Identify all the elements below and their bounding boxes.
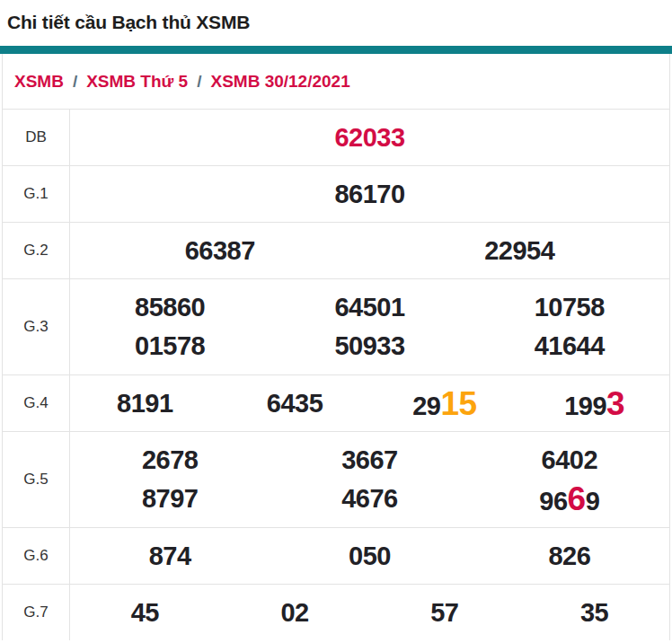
prize-label: G.5 (3, 432, 70, 527)
prize-number: 85860 (70, 295, 270, 321)
prize-results-table: DB62033G.186170G.26638722954G.3858606450… (3, 109, 669, 640)
breadcrumb-link-xsmb-date[interactable]: XSMB 30/12/2021 (210, 72, 349, 92)
prize-number: 64501 (270, 295, 469, 321)
breadcrumb-separator: / (197, 72, 201, 92)
digits: 6435 (267, 389, 323, 418)
prize-numbers-area: 8191643529151993 (70, 375, 669, 431)
prize-number: 050 (270, 543, 469, 569)
page-title: Chi tiết cầu Bạch thủ XSMB (7, 12, 672, 33)
prize-number: 2678 (70, 447, 270, 473)
digits: 2678 (142, 445, 199, 474)
prize-number: 86170 (70, 181, 669, 207)
prize-numbers-area: 86170 (70, 166, 669, 222)
digits: 6402 (542, 445, 598, 474)
prize-number: 10758 (470, 295, 669, 321)
digits: 826 (548, 542, 590, 570)
prize-number-line: 858606450110758 (70, 288, 669, 327)
prize-number: 3667 (270, 447, 469, 473)
prize-number: 50933 (270, 333, 469, 359)
prize-number: 6402 (470, 447, 669, 473)
prize-number: 62033 (70, 125, 669, 151)
highlighted-digits: 15 (440, 385, 476, 422)
digits: 66387 (185, 236, 255, 265)
prize-label: G.4 (3, 375, 70, 431)
prize-number: 22954 (370, 238, 670, 264)
digits: 57 (430, 598, 458, 627)
digits: 45 (131, 598, 159, 627)
highlighted-digits: 3 (606, 385, 624, 422)
breadcrumb-link-xsmb-weekday[interactable]: XSMB Thứ 5 (86, 72, 188, 92)
prize-label: G.6 (3, 528, 70, 584)
digits: 10758 (535, 293, 605, 322)
prize-number: 6435 (220, 391, 370, 417)
breadcrumb: XSMB / XSMB Thứ 5 / XSMB 30/12/2021 (3, 54, 669, 109)
prize-label: G.1 (3, 166, 70, 222)
prize-number-line: 86170 (70, 181, 669, 207)
digits: 86170 (334, 180, 404, 208)
prize-number: 02 (220, 600, 370, 626)
prize-number: 01578 (70, 333, 270, 359)
breadcrumb-separator: / (73, 72, 77, 92)
digits: 85860 (135, 293, 205, 322)
prize-number-line: 015785093341644 (70, 327, 669, 366)
prize-number-line: 267836676402 (70, 441, 669, 480)
results-panel: XSMB / XSMB Thứ 5 / XSMB 30/12/2021 DB62… (2, 54, 670, 640)
prize-number-line: 874050826 (70, 543, 669, 569)
prize-row-db: DB62033 (3, 109, 669, 165)
digits: 199 (564, 392, 606, 420)
prize-numbers-area: 858606450110758015785093341644 (70, 279, 669, 374)
highlighted-digits: 62033 (334, 123, 404, 152)
digits: 02 (280, 598, 308, 627)
prize-number-line: 8191643529151993 (70, 387, 669, 420)
prize-row-g2: G.26638722954 (3, 222, 669, 278)
digits: 41644 (535, 331, 605, 360)
prize-number: 9669 (470, 482, 669, 515)
digits: 3667 (341, 445, 398, 474)
digits: 29 (412, 392, 440, 420)
prize-number-line: 879746769669 (70, 480, 669, 518)
digits: 50933 (334, 331, 404, 360)
prize-number: 35 (519, 600, 669, 626)
prize-numbers-area: 874050826 (70, 528, 669, 584)
prize-number: 8191 (70, 391, 220, 417)
prize-number-line: 62033 (70, 125, 669, 151)
digits: 64501 (334, 293, 404, 322)
prize-number-line: 45025735 (70, 600, 669, 626)
highlighted-digits: 6 (568, 480, 586, 517)
prize-row-g7: G.745025735 (3, 584, 669, 640)
prize-row-g3: G.3858606450110758015785093341644 (3, 278, 669, 374)
prize-label: DB (3, 110, 70, 165)
digits: 874 (149, 542, 191, 570)
prize-number: 2915 (370, 387, 520, 420)
prize-row-g4: G.48191643529151993 (3, 374, 669, 431)
digits: 22954 (484, 236, 554, 265)
prize-numbers-area: 6638722954 (70, 223, 669, 278)
digits: 35 (580, 598, 608, 627)
digits: 8191 (117, 389, 173, 418)
prize-label: G.2 (3, 223, 70, 278)
prize-number: 57 (370, 600, 520, 626)
digits: 96 (539, 487, 567, 515)
breadcrumb-link-xsmb[interactable]: XSMB (14, 72, 64, 92)
digits: 050 (349, 542, 391, 570)
prize-number: 41644 (470, 333, 669, 359)
digits: 01578 (135, 331, 205, 360)
accent-divider-bar (0, 46, 672, 54)
prize-number: 45 (70, 600, 220, 626)
prize-numbers-area: 62033 (70, 110, 669, 165)
prize-row-g1: G.186170 (3, 165, 669, 222)
prize-number: 1993 (519, 387, 669, 420)
digits: 4676 (341, 484, 398, 513)
prize-number: 66387 (70, 238, 370, 264)
digits: 8797 (142, 484, 199, 513)
prize-row-g6: G.6874050826 (3, 527, 669, 584)
prize-label: G.7 (3, 585, 70, 640)
prize-number-line: 6638722954 (70, 238, 669, 264)
prize-number: 874 (70, 543, 270, 569)
prize-number: 826 (470, 543, 669, 569)
prize-numbers-area: 267836676402879746769669 (70, 432, 669, 527)
prize-row-g5: G.5267836676402879746769669 (3, 431, 669, 527)
prize-numbers-area: 45025735 (70, 585, 669, 640)
prize-number: 8797 (70, 486, 270, 512)
prize-label: G.3 (3, 279, 70, 374)
